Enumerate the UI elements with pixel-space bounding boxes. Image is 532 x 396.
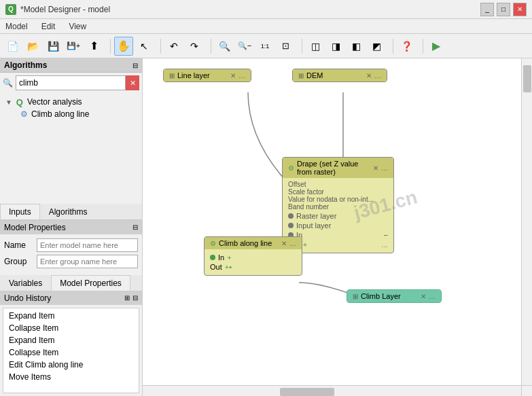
undo-item-5[interactable]: Move Items <box>3 371 139 383</box>
model-properties-title: Model Properties <box>4 223 66 232</box>
left-panel: Algorithms ⊟ 🔍 ✕ ▼ Q Vector analysis ⚙ C… <box>0 58 143 396</box>
model-properties-header: Model Properties ⊟ <box>0 221 142 234</box>
drape-in-dash: − <box>384 231 388 239</box>
search-icon: 🔍 <box>3 78 13 88</box>
qgis-icon: Q <box>15 97 24 107</box>
search-box: 🔍 ✕ <box>0 73 142 93</box>
vertical-scrollbar[interactable] <box>521 58 532 385</box>
node-dem-header: ⊞ DEM ✕ … <box>293 69 387 82</box>
save-as-button[interactable]: 💾+ <box>64 37 83 56</box>
algo-gear-icon: ⚙ <box>19 109 29 119</box>
help-button[interactable]: ❓ <box>397 37 416 56</box>
drape-out-plus[interactable]: + <box>303 240 307 249</box>
node-climb[interactable]: ⚙ Climb along line ✕ … In + Out +• <box>204 236 302 276</box>
save-button[interactable]: 💾 <box>43 37 63 56</box>
toolbar: 📄 📂 💾 💾+ ⬆ ✋ ↖ ↶ ↷ 🔍 🔍− 1:1 ⊡ ◫ ◨ ◧ ◩ ❓ … <box>0 34 532 58</box>
separator-5 <box>389 39 393 54</box>
algorithms-tree: ▼ Q Vector analysis ⚙ Climb along line <box>0 93 142 204</box>
node-line-layer-close[interactable]: ✕ <box>230 72 236 79</box>
undo-item-0[interactable]: Expand Item <box>3 310 139 322</box>
node-climb-close[interactable]: ✕ <box>281 240 287 247</box>
drape-nodata: Value for nodata or non-int... <box>288 196 388 203</box>
canvas-area[interactable]: ⊞ Line layer ✕ … ⊞ DEM ✕ … ⚙ D <box>143 58 532 396</box>
app-icon: Q <box>5 4 16 15</box>
node-climb-layer[interactable]: ⊞ Climb Layer ✕ … <box>347 289 442 303</box>
open-button[interactable]: 📂 <box>23 37 42 56</box>
algorithms-collapse-btn[interactable]: ⊟ <box>132 62 138 69</box>
export-button[interactable]: ⬆ <box>84 37 103 56</box>
model-group-input[interactable] <box>37 255 138 268</box>
tab-model-properties[interactable]: Model Properties <box>51 275 130 291</box>
node-line-layer[interactable]: ⊞ Line layer ✕ … <box>163 69 251 82</box>
undo-collapse-btn[interactable]: ⊟ <box>132 294 138 302</box>
drape-out-dots: … <box>381 241 388 249</box>
menu-model[interactable]: Model <box>3 20 31 33</box>
tab-inputs[interactable]: Inputs <box>0 204 40 219</box>
undo-item-1[interactable]: Collapse Item <box>3 322 139 334</box>
tab-algorithms[interactable]: Algorithms <box>40 204 96 219</box>
toggle1-button[interactable]: ◫ <box>306 37 325 56</box>
drape-raster: Raster layer <box>288 212 388 220</box>
node-drape-label: Drape (set Z value from raster) <box>297 160 370 176</box>
undo-list: Expand Item Collapse Item Expand Item Co… <box>3 308 139 394</box>
node-drape-close[interactable]: ✕ <box>373 164 378 172</box>
vertical-scroll-thumb[interactable] <box>523 65 531 92</box>
menu-edit[interactable]: Edit <box>39 20 58 33</box>
separator-4 <box>298 39 302 54</box>
node-climb-layer-expand[interactable]: … <box>429 293 436 300</box>
climb-in-plus[interactable]: + <box>227 253 231 262</box>
node-dem-expand[interactable]: … <box>374 72 381 79</box>
group-label: Group <box>4 257 37 266</box>
model-properties-collapse-btn[interactable]: ⊟ <box>132 223 138 231</box>
redo-button[interactable]: ↷ <box>185 37 204 56</box>
horizontal-scrollbar[interactable] <box>143 385 521 396</box>
drape-in: In − <box>288 231 388 239</box>
minimize-button[interactable]: _ <box>480 3 494 16</box>
node-climb-layer-close[interactable]: ✕ <box>421 293 426 300</box>
undo-item-4[interactable]: Edit Climb along line <box>3 359 139 371</box>
undo-item-2[interactable]: Expand Item <box>3 334 139 346</box>
tab-variables[interactable]: Variables <box>0 275 51 291</box>
search-input[interactable] <box>16 75 126 90</box>
zoom-in-button[interactable]: 🔍 <box>215 37 234 56</box>
pan-button[interactable]: ✋ <box>114 37 133 56</box>
undo-item-3[interactable]: Collapse Item <box>3 346 139 359</box>
climb-out-plus[interactable]: +• <box>225 263 232 271</box>
maximize-button[interactable]: □ <box>497 3 510 16</box>
search-clear-button[interactable]: ✕ <box>126 75 139 90</box>
run-button[interactable]: ▶ <box>427 37 446 56</box>
node-line-layer-expand[interactable]: … <box>238 72 245 79</box>
select-button[interactable]: ↖ <box>135 37 154 56</box>
climb-in: In + <box>210 253 296 262</box>
node-dem-close[interactable]: ✕ <box>366 72 372 79</box>
node-climb-expand[interactable]: … <box>289 240 296 247</box>
zoom-100-button[interactable]: 1:1 <box>255 37 274 56</box>
toggle3-button[interactable]: ◧ <box>347 37 366 56</box>
menu-view[interactable]: View <box>66 20 89 33</box>
node-dem[interactable]: ⊞ DEM ✕ … <box>292 69 387 82</box>
undo-history-header: Undo History ⊞ ⊟ <box>0 291 142 305</box>
toggle2-button[interactable]: ◨ <box>326 37 345 56</box>
zoom-fit-button[interactable]: ⊡ <box>276 37 295 56</box>
node-line-layer-header: ⊞ Line layer ✕ … <box>164 69 251 82</box>
close-button[interactable]: ✕ <box>513 3 527 16</box>
separator-2 <box>157 39 161 54</box>
tree-item-climb-along-line[interactable]: ⚙ Climb along line <box>0 108 142 120</box>
zoom-out-button[interactable]: 🔍− <box>235 37 254 56</box>
node-climb-header: ⚙ Climb along line ✕ … <box>205 237 302 249</box>
vector-analysis-label: Vector analysis <box>27 97 82 107</box>
node-drape-expand[interactable]: … <box>381 164 388 172</box>
bottom-tab-row: Variables Model Properties <box>0 275 142 291</box>
undo-expand-btn[interactable]: ⊞ <box>124 294 130 302</box>
separator-3 <box>207 39 211 54</box>
separator-6 <box>419 39 423 54</box>
drape-offset: Offset <box>288 181 388 188</box>
horizontal-scroll-thumb[interactable] <box>280 388 334 396</box>
new-button[interactable]: 📄 <box>3 37 22 56</box>
undo-button[interactable]: ↶ <box>164 37 183 56</box>
node-climb-body: In + Out +• <box>205 249 302 275</box>
model-name-input[interactable] <box>37 238 138 252</box>
toggle4-button[interactable]: ◩ <box>367 37 386 56</box>
drape-band: Band number <box>288 203 388 211</box>
tree-item-vector-analysis[interactable]: ▼ Q Vector analysis <box>0 96 142 108</box>
